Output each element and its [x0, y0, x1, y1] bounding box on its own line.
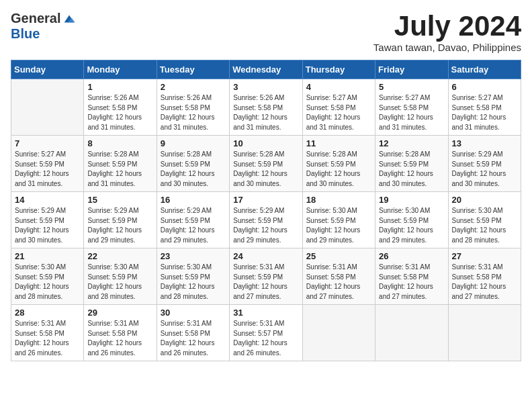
- calendar-cell: 23Sunrise: 5:30 AM Sunset: 5:59 PM Dayli…: [157, 248, 229, 305]
- logo-general-text: General: [11, 11, 60, 26]
- calendar-cell: 22Sunrise: 5:30 AM Sunset: 5:59 PM Dayli…: [84, 248, 157, 305]
- calendar-table: SundayMondayTuesdayWednesdayThursdayFrid…: [11, 60, 521, 361]
- day-number: 9: [161, 138, 226, 148]
- day-info: Sunrise: 5:31 AM Sunset: 5:59 PM Dayligh…: [233, 263, 298, 302]
- day-number: 10: [233, 138, 298, 148]
- day-number: 17: [233, 195, 298, 205]
- title-area: July 2024 Tawan tawan, Davao, Philippine…: [373, 11, 521, 53]
- day-info: Sunrise: 5:30 AM Sunset: 5:59 PM Dayligh…: [161, 263, 226, 302]
- day-info: Sunrise: 5:31 AM Sunset: 5:57 PM Dayligh…: [233, 319, 298, 358]
- calendar-cell: 4Sunrise: 5:27 AM Sunset: 5:58 PM Daylig…: [302, 79, 375, 136]
- calendar-cell: 5Sunrise: 5:27 AM Sunset: 5:58 PM Daylig…: [375, 79, 448, 136]
- day-number: 27: [452, 251, 517, 261]
- column-header-tuesday: Tuesday: [157, 60, 229, 79]
- calendar-cell: 30Sunrise: 5:31 AM Sunset: 5:58 PM Dayli…: [157, 305, 229, 361]
- location-subtitle: Tawan tawan, Davao, Philippines: [373, 42, 521, 53]
- calendar-cell: 10Sunrise: 5:28 AM Sunset: 5:59 PM Dayli…: [230, 136, 302, 192]
- day-number: 22: [87, 251, 152, 261]
- day-number: 24: [233, 251, 298, 261]
- day-number: 15: [87, 195, 152, 205]
- calendar-cell: 28Sunrise: 5:31 AM Sunset: 5:58 PM Dayli…: [11, 305, 84, 361]
- page-header: General Blue July 2024 Tawan tawan, Dava…: [11, 11, 521, 53]
- day-number: 25: [306, 251, 371, 261]
- calendar-cell: 20Sunrise: 5:30 AM Sunset: 5:59 PM Dayli…: [448, 192, 521, 248]
- calendar-cell: 9Sunrise: 5:28 AM Sunset: 5:59 PM Daylig…: [157, 136, 229, 192]
- calendar-cell: 15Sunrise: 5:29 AM Sunset: 5:59 PM Dayli…: [84, 192, 157, 248]
- logo: General Blue: [11, 11, 77, 42]
- calendar-cell: 3Sunrise: 5:26 AM Sunset: 5:58 PM Daylig…: [230, 79, 302, 136]
- calendar-cell: 21Sunrise: 5:30 AM Sunset: 5:59 PM Dayli…: [11, 248, 84, 305]
- day-info: Sunrise: 5:30 AM Sunset: 5:59 PM Dayligh…: [15, 263, 80, 302]
- day-number: 16: [161, 195, 226, 205]
- day-info: Sunrise: 5:27 AM Sunset: 5:59 PM Dayligh…: [15, 150, 80, 189]
- day-number: 2: [161, 82, 226, 92]
- day-info: Sunrise: 5:28 AM Sunset: 5:59 PM Dayligh…: [379, 150, 444, 189]
- day-info: Sunrise: 5:27 AM Sunset: 5:58 PM Dayligh…: [379, 93, 444, 132]
- day-info: Sunrise: 5:28 AM Sunset: 5:59 PM Dayligh…: [161, 150, 226, 189]
- calendar-cell: 26Sunrise: 5:31 AM Sunset: 5:58 PM Dayli…: [375, 248, 448, 305]
- calendar-cell: [375, 305, 448, 361]
- day-info: Sunrise: 5:26 AM Sunset: 5:58 PM Dayligh…: [87, 93, 152, 132]
- day-number: 12: [379, 138, 444, 148]
- day-info: Sunrise: 5:26 AM Sunset: 5:58 PM Dayligh…: [161, 93, 226, 132]
- calendar-cell: 11Sunrise: 5:28 AM Sunset: 5:59 PM Dayli…: [302, 136, 375, 192]
- day-number: 23: [161, 251, 226, 261]
- calendar-week-2: 7Sunrise: 5:27 AM Sunset: 5:59 PM Daylig…: [11, 136, 521, 192]
- calendar-cell: 13Sunrise: 5:29 AM Sunset: 5:59 PM Dayli…: [448, 136, 521, 192]
- calendar-cell: [11, 79, 84, 136]
- day-info: Sunrise: 5:30 AM Sunset: 5:59 PM Dayligh…: [379, 206, 444, 245]
- day-info: Sunrise: 5:30 AM Sunset: 5:59 PM Dayligh…: [306, 206, 371, 245]
- day-number: 5: [379, 82, 444, 92]
- day-number: 14: [15, 195, 80, 205]
- day-info: Sunrise: 5:28 AM Sunset: 5:59 PM Dayligh…: [233, 150, 298, 189]
- calendar-cell: 6Sunrise: 5:27 AM Sunset: 5:58 PM Daylig…: [448, 79, 521, 136]
- month-title: July 2024: [373, 11, 521, 42]
- day-info: Sunrise: 5:26 AM Sunset: 5:58 PM Dayligh…: [233, 93, 298, 132]
- calendar-cell: 12Sunrise: 5:28 AM Sunset: 5:59 PM Dayli…: [375, 136, 448, 192]
- calendar-cell: 29Sunrise: 5:31 AM Sunset: 5:58 PM Dayli…: [84, 305, 157, 361]
- day-number: 26: [379, 251, 444, 261]
- day-info: Sunrise: 5:28 AM Sunset: 5:59 PM Dayligh…: [306, 150, 371, 189]
- calendar-cell: [302, 305, 375, 361]
- day-info: Sunrise: 5:29 AM Sunset: 5:59 PM Dayligh…: [161, 206, 226, 245]
- calendar-week-3: 14Sunrise: 5:29 AM Sunset: 5:59 PM Dayli…: [11, 192, 521, 248]
- day-info: Sunrise: 5:31 AM Sunset: 5:58 PM Dayligh…: [15, 319, 80, 358]
- day-number: 13: [452, 138, 517, 148]
- column-header-sunday: Sunday: [11, 60, 84, 79]
- calendar-week-5: 28Sunrise: 5:31 AM Sunset: 5:58 PM Dayli…: [11, 305, 521, 361]
- column-header-wednesday: Wednesday: [230, 60, 302, 79]
- column-header-thursday: Thursday: [302, 60, 375, 79]
- calendar-cell: 19Sunrise: 5:30 AM Sunset: 5:59 PM Dayli…: [375, 192, 448, 248]
- day-info: Sunrise: 5:31 AM Sunset: 5:58 PM Dayligh…: [379, 263, 444, 302]
- day-info: Sunrise: 5:31 AM Sunset: 5:58 PM Dayligh…: [452, 263, 517, 302]
- calendar-cell: 18Sunrise: 5:30 AM Sunset: 5:59 PM Dayli…: [302, 192, 375, 248]
- day-number: 29: [87, 308, 152, 318]
- calendar-week-1: 1Sunrise: 5:26 AM Sunset: 5:58 PM Daylig…: [11, 79, 521, 136]
- day-number: 18: [306, 195, 371, 205]
- calendar-cell: 25Sunrise: 5:31 AM Sunset: 5:58 PM Dayli…: [302, 248, 375, 305]
- day-number: 11: [306, 138, 371, 148]
- day-info: Sunrise: 5:29 AM Sunset: 5:59 PM Dayligh…: [15, 206, 80, 245]
- day-info: Sunrise: 5:31 AM Sunset: 5:58 PM Dayligh…: [87, 319, 152, 358]
- calendar-cell: 1Sunrise: 5:26 AM Sunset: 5:58 PM Daylig…: [84, 79, 157, 136]
- day-number: 21: [15, 251, 80, 261]
- day-info: Sunrise: 5:31 AM Sunset: 5:58 PM Dayligh…: [161, 319, 226, 358]
- day-info: Sunrise: 5:29 AM Sunset: 5:59 PM Dayligh…: [452, 150, 517, 189]
- day-info: Sunrise: 5:31 AM Sunset: 5:58 PM Dayligh…: [306, 263, 371, 302]
- calendar-cell: 17Sunrise: 5:29 AM Sunset: 5:59 PM Dayli…: [230, 192, 302, 248]
- day-number: 6: [452, 82, 517, 92]
- day-info: Sunrise: 5:29 AM Sunset: 5:59 PM Dayligh…: [87, 206, 152, 245]
- column-header-friday: Friday: [375, 60, 448, 79]
- day-number: 20: [452, 195, 517, 205]
- day-info: Sunrise: 5:27 AM Sunset: 5:58 PM Dayligh…: [452, 93, 517, 132]
- logo-blue-text: Blue: [11, 26, 40, 42]
- day-number: 3: [233, 82, 298, 92]
- calendar-cell: 14Sunrise: 5:29 AM Sunset: 5:59 PM Dayli…: [11, 192, 84, 248]
- calendar-cell: 16Sunrise: 5:29 AM Sunset: 5:59 PM Dayli…: [157, 192, 229, 248]
- day-number: 8: [87, 138, 152, 148]
- day-info: Sunrise: 5:28 AM Sunset: 5:59 PM Dayligh…: [87, 150, 152, 189]
- day-info: Sunrise: 5:30 AM Sunset: 5:59 PM Dayligh…: [452, 206, 517, 245]
- day-number: 19: [379, 195, 444, 205]
- day-number: 4: [306, 82, 371, 92]
- logo-icon: [62, 11, 77, 26]
